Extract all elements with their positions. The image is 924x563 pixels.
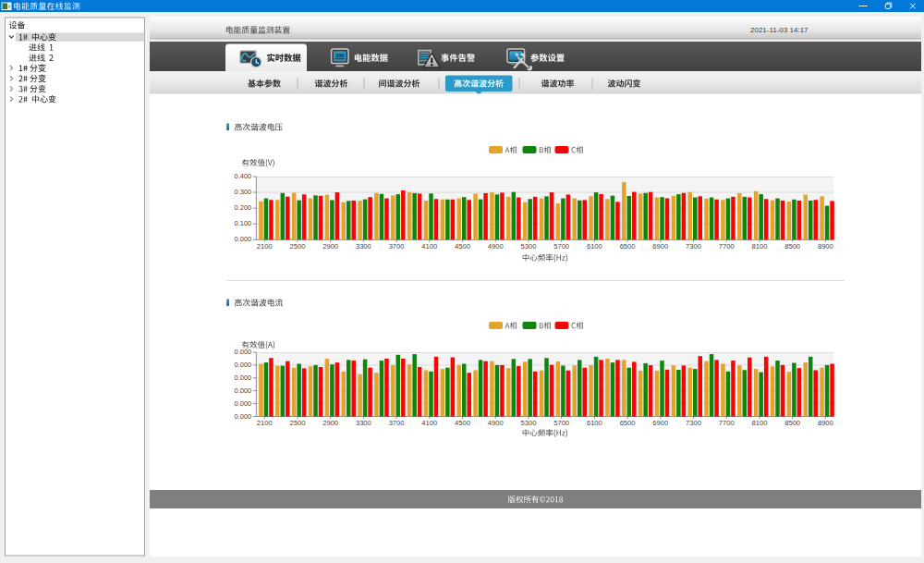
svg-text:7700: 7700 — [719, 242, 735, 251]
svg-text:5700: 5700 — [553, 419, 569, 427]
svg-text:8100: 8100 — [751, 419, 767, 427]
svg-text:0.000: 0.000 — [235, 361, 252, 369]
svg-text:2021-11-03 14:17: 2021-11-03 14:17 — [750, 26, 808, 34]
svg-text:0.300: 0.300 — [235, 188, 252, 196]
svg-text:000: 000 — [335, 53, 344, 58]
svg-text:0.400: 0.400 — [235, 172, 252, 180]
svg-text:0.000: 0.000 — [235, 373, 252, 382]
svg-text:8900: 8900 — [818, 419, 833, 427]
svg-text:6500: 6500 — [620, 242, 636, 251]
svg-text:8900: 8900 — [818, 242, 833, 251]
svg-text:7700: 7700 — [719, 419, 735, 427]
svg-text:2500: 2500 — [289, 242, 305, 251]
svg-text:3700: 3700 — [389, 242, 405, 251]
svg-text:8100: 8100 — [751, 242, 767, 251]
svg-text:0.000: 0.000 — [235, 386, 252, 395]
svg-text:4900: 4900 — [488, 242, 504, 251]
svg-text:3300: 3300 — [356, 419, 371, 427]
svg-text:2900: 2900 — [322, 242, 338, 251]
svg-text:0.000: 0.000 — [235, 235, 252, 243]
svg-text:4900: 4900 — [488, 419, 504, 427]
svg-text:6900: 6900 — [652, 419, 668, 427]
svg-text:4100: 4100 — [421, 419, 437, 427]
svg-text:8500: 8500 — [784, 242, 800, 251]
svg-text:2500: 2500 — [289, 419, 305, 427]
svg-text:2100: 2100 — [257, 242, 273, 251]
svg-text:5700: 5700 — [553, 242, 569, 251]
svg-text:0.100: 0.100 — [235, 219, 252, 227]
svg-text:6900: 6900 — [652, 242, 668, 251]
svg-text:2900: 2900 — [322, 419, 338, 427]
svg-text:4500: 4500 — [455, 419, 470, 427]
svg-text:3300: 3300 — [356, 242, 371, 251]
svg-text:6100: 6100 — [587, 419, 602, 427]
svg-text:5300: 5300 — [520, 242, 536, 251]
svg-text:7300: 7300 — [686, 419, 701, 427]
svg-text:0.000: 0.000 — [235, 348, 252, 356]
svg-text:0.000: 0.000 — [235, 399, 252, 408]
svg-text:6100: 6100 — [587, 242, 602, 251]
svg-text:6500: 6500 — [620, 419, 636, 427]
svg-text:8500: 8500 — [784, 419, 800, 427]
svg-text:4100: 4100 — [421, 242, 437, 251]
svg-text:0.000: 0.000 — [235, 412, 252, 421]
svg-text:5300: 5300 — [520, 419, 536, 427]
svg-text:2100: 2100 — [257, 419, 273, 427]
svg-text:3700: 3700 — [389, 419, 405, 427]
svg-text:4500: 4500 — [455, 242, 470, 251]
svg-text:0.200: 0.200 — [235, 203, 252, 212]
svg-text:7300: 7300 — [686, 242, 701, 251]
